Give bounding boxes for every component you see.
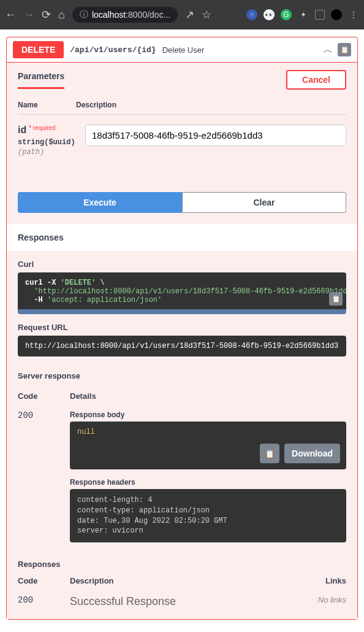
copy-link-icon[interactable]: 📋	[338, 43, 351, 56]
response-headers-label: Response headers	[70, 478, 346, 487]
menu-icon[interactable]: ⋮	[348, 9, 359, 20]
param-in: (path)	[18, 148, 85, 156]
doc-status-code: 200	[18, 595, 70, 605]
reload-icon[interactable]: ⟳	[42, 8, 51, 21]
forward-icon[interactable]: →	[23, 9, 34, 21]
extension-icons: ⚛ 👀 G ✦ ⋮	[246, 9, 359, 20]
address-bar[interactable]: ⓘ localhost:8000/doc...	[72, 7, 178, 23]
endpoint-path: /api/v1/users/{id}	[70, 45, 156, 55]
back-icon[interactable]: ←	[5, 9, 16, 21]
cancel-button[interactable]: Cancel	[286, 70, 346, 90]
copy-body-icon[interactable]: 📋	[260, 444, 279, 463]
response-headers-block[interactable]: content-length: 4 content-type: applicat…	[70, 489, 346, 542]
col-links: Links	[303, 576, 346, 585]
home-icon[interactable]: ⌂	[58, 9, 65, 21]
ext-icon-2[interactable]: 👀	[264, 9, 275, 20]
profile-icon[interactable]	[331, 9, 342, 20]
page-content: DELETE /api/v1/users/{id} Delete User ︿ …	[0, 29, 364, 627]
browser-toolbar: ← → ⟳ ⌂ ⓘ localhost:8000/doc... ↗ ☆ ⚛ 👀 …	[0, 0, 364, 29]
react-ext-icon[interactable]: ⚛	[246, 9, 257, 20]
delete-operation-block: DELETE /api/v1/users/{id} Delete User ︿ …	[6, 37, 358, 620]
col-details: Details	[70, 391, 346, 401]
grammarly-ext-icon[interactable]: G	[281, 9, 292, 20]
copy-curl-icon[interactable]: 📋	[329, 292, 343, 306]
url-host: localhost	[92, 10, 126, 20]
execute-button[interactable]: Execute	[18, 192, 182, 213]
extensions-icon[interactable]: ✦	[298, 9, 309, 20]
operation-body: Parameters Cancel Name Description id * …	[7, 62, 357, 619]
curl-label: Curl	[18, 260, 346, 269]
param-name: id	[18, 125, 26, 135]
server-response-label: Server response	[7, 371, 357, 380]
col-header-description: Description	[76, 101, 346, 109]
responses-header: Responses	[7, 224, 357, 251]
response-row-200: 200 Response body null 📋 Download Respon…	[18, 406, 346, 547]
required-marker: * required	[29, 125, 55, 131]
site-info-icon[interactable]: ⓘ	[80, 9, 88, 20]
doc-response-row-200: 200 Successful Response No links	[18, 590, 346, 613]
parameters-tab[interactable]: Parameters	[18, 71, 64, 89]
request-url-block[interactable]: http://localhost:8000/api/v1/users/18d3f…	[18, 336, 346, 356]
url-path: :8000/doc...	[126, 10, 170, 20]
panel-icon[interactable]	[315, 10, 325, 20]
response-body-label: Response body	[70, 410, 346, 419]
bookmark-icon[interactable]: ☆	[202, 8, 211, 21]
operation-summary[interactable]: DELETE /api/v1/users/{id} Delete User ︿ …	[7, 37, 357, 62]
col-code-2: Code	[18, 576, 70, 585]
param-type: string($uuid)	[18, 138, 85, 147]
status-code: 200	[18, 410, 70, 420]
request-url-label: Request URL	[18, 323, 346, 332]
col-code: Code	[18, 391, 70, 401]
operation-title: Delete User	[162, 45, 205, 55]
response-body-value: null	[77, 428, 95, 436]
param-row-id: id * required string($uuid) (path)	[18, 115, 346, 156]
response-body-block[interactable]: null 📋 Download	[70, 422, 346, 469]
http-method-badge: DELETE	[13, 41, 64, 58]
id-input[interactable]	[85, 125, 346, 146]
clear-button[interactable]: Clear	[182, 192, 346, 213]
col-description: Description	[70, 576, 303, 585]
collapse-icon[interactable]: ︿	[323, 44, 333, 56]
curl-code-block[interactable]: curl -X 'DELETE' \ 'http://localhost:800…	[18, 272, 346, 314]
download-button[interactable]: Download	[284, 444, 340, 463]
doc-response-desc: Successful Response	[70, 595, 176, 607]
share-icon[interactable]: ↗	[185, 8, 194, 21]
col-header-name: Name	[18, 101, 76, 109]
doc-response-links: No links	[303, 595, 346, 604]
responses-section-label: Responses	[7, 553, 357, 571]
